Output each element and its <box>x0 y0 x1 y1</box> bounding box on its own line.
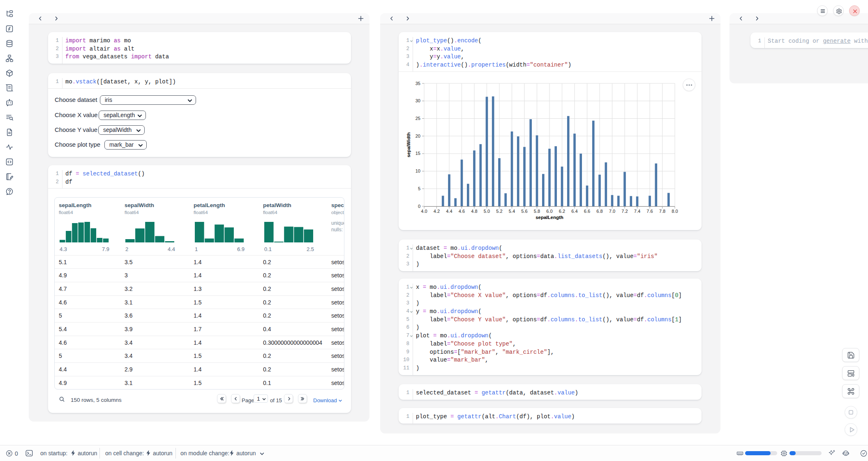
svg-text:sepalWidth: sepalWidth <box>406 132 411 157</box>
svg-text:7.6: 7.6 <box>646 209 653 214</box>
svg-text:30: 30 <box>416 98 420 103</box>
svg-text:sepalLength: sepalLength <box>536 215 563 220</box>
svg-text:25: 25 <box>416 116 420 121</box>
svg-text:4.2: 4.2 <box>434 209 440 214</box>
svg-text:6.2: 6.2 <box>559 209 565 214</box>
svg-text:4.8: 4.8 <box>471 209 477 214</box>
svg-text:0: 0 <box>418 204 420 209</box>
svg-text:6.0: 6.0 <box>546 209 552 214</box>
svg-text:4.6: 4.6 <box>459 209 465 214</box>
svg-text:7.4: 7.4 <box>634 209 640 214</box>
svg-text:4.4: 4.4 <box>446 209 452 214</box>
svg-text:10: 10 <box>416 168 420 173</box>
svg-text:20: 20 <box>416 134 420 138</box>
svg-text:6.4: 6.4 <box>571 209 577 214</box>
svg-text:5: 5 <box>418 186 420 191</box>
svg-text:7.8: 7.8 <box>659 209 665 214</box>
svg-text:5.4: 5.4 <box>509 209 515 214</box>
svg-text:35: 35 <box>416 81 420 86</box>
svg-text:5.0: 5.0 <box>484 209 490 214</box>
svg-text:7.0: 7.0 <box>609 209 615 214</box>
svg-text:4.0: 4.0 <box>421 209 427 214</box>
svg-text:5.6: 5.6 <box>521 209 527 214</box>
svg-text:7.2: 7.2 <box>621 209 628 214</box>
svg-text:5.2: 5.2 <box>496 209 502 214</box>
svg-text:6.8: 6.8 <box>596 209 603 214</box>
svg-text:8.0: 8.0 <box>672 209 678 214</box>
svg-text:15: 15 <box>416 151 420 156</box>
svg-text:5.8: 5.8 <box>534 209 540 214</box>
svg-text:6.6: 6.6 <box>584 209 590 214</box>
